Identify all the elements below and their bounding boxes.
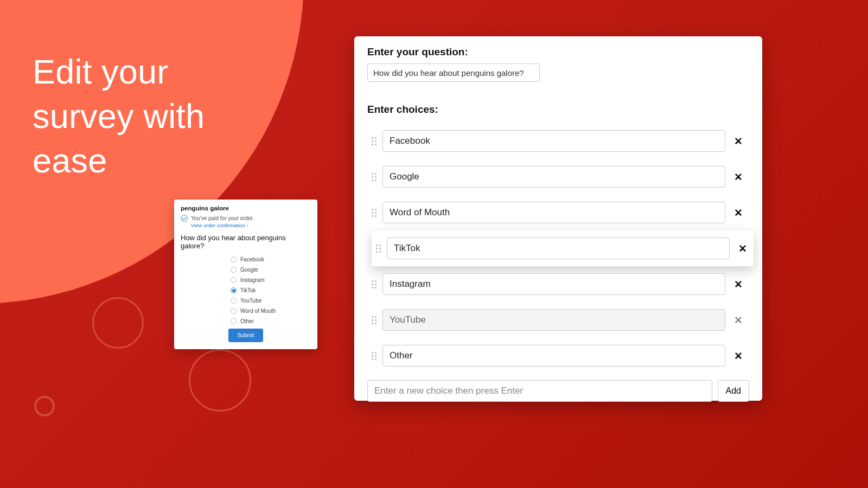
remove-choice-icon[interactable]: ✕ — [731, 348, 746, 363]
drag-handle-icon[interactable] — [371, 134, 377, 147]
decorative-ring — [92, 297, 144, 349]
radio-icon — [231, 287, 237, 293]
preview-option-label: TikTok — [240, 287, 256, 293]
drag-handle-icon[interactable] — [371, 349, 377, 362]
headline-text: Edit yoursurvey withease — [33, 50, 205, 183]
remove-choice-icon[interactable]: ✕ — [731, 205, 746, 220]
choice-row: ✕ — [372, 230, 754, 266]
choice-row: ✕ — [367, 338, 749, 374]
radio-icon — [231, 256, 237, 262]
radio-icon — [231, 308, 237, 314]
survey-preview-card: penguins galore You've paid for your ord… — [174, 200, 317, 349]
decorative-ring — [34, 396, 55, 416]
preview-option[interactable]: YouTube — [231, 298, 311, 304]
preview-option[interactable]: Word of Mouth — [231, 308, 311, 314]
choice-row: ✕ — [367, 266, 749, 302]
preview-option[interactable]: Facebook — [231, 256, 311, 262]
preview-confirmation-link[interactable]: View order confirmation › — [191, 222, 311, 228]
preview-question: How did you hear about penguins galore? — [181, 234, 311, 250]
decorative-ring — [189, 349, 251, 412]
drag-handle-icon[interactable] — [375, 242, 381, 255]
remove-choice-icon[interactable]: ✕ — [731, 169, 746, 184]
remove-choice-icon[interactable]: ✕ — [731, 133, 746, 149]
drag-handle-icon[interactable] — [371, 313, 377, 326]
preview-paid-row: You've paid for your order. — [181, 215, 311, 222]
choice-input[interactable] — [387, 237, 730, 259]
add-choice-button[interactable]: Add — [718, 380, 749, 402]
preview-option[interactable]: Google — [231, 267, 311, 273]
choice-row: ✕ — [367, 195, 749, 230]
check-icon — [181, 215, 188, 222]
choice-input[interactable] — [382, 309, 725, 331]
choice-input[interactable] — [382, 130, 725, 152]
preview-option[interactable]: Instagram — [231, 277, 311, 283]
choice-input[interactable] — [382, 202, 725, 223]
choice-row: ✕ — [367, 302, 749, 338]
radio-icon — [231, 277, 237, 283]
preview-option-label: YouTube — [240, 298, 261, 304]
question-label: Enter your question: — [367, 46, 749, 58]
drag-handle-icon[interactable] — [371, 170, 377, 183]
survey-editor-card: Enter your question: Enter choices: ✕✕✕✕… — [354, 36, 762, 401]
preview-option[interactable]: Other — [231, 318, 311, 324]
question-input[interactable] — [367, 63, 540, 82]
choice-input[interactable] — [382, 345, 725, 367]
choice-input[interactable] — [382, 273, 725, 295]
radio-icon — [231, 298, 237, 304]
drag-handle-icon[interactable] — [371, 206, 377, 219]
preview-option-label: Facebook — [240, 256, 264, 262]
new-choice-input[interactable] — [367, 380, 712, 402]
choice-input[interactable] — [382, 166, 725, 188]
remove-choice-icon[interactable]: ✕ — [731, 277, 746, 292]
remove-choice-icon[interactable]: ✕ — [735, 241, 750, 256]
radio-icon — [231, 267, 237, 273]
marketing-stage: Edit yoursurvey withease penguins galore… — [0, 0, 868, 488]
choice-row: ✕ — [367, 123, 749, 159]
choice-row: ✕ — [367, 159, 749, 195]
preview-paid-text: You've paid for your order. — [191, 215, 254, 221]
preview-option[interactable]: TikTok — [231, 287, 311, 293]
preview-option-label: Other — [240, 318, 254, 324]
preview-option-label: Word of Mouth — [240, 308, 276, 314]
preview-option-label: Google — [240, 267, 258, 273]
preview-submit-button[interactable]: Submit — [228, 329, 263, 342]
choices-label: Enter choices: — [367, 104, 749, 115]
preview-brand: penguins galore — [181, 205, 311, 211]
drag-handle-icon[interactable] — [371, 278, 377, 291]
remove-choice-icon[interactable]: ✕ — [731, 312, 746, 328]
radio-icon — [231, 318, 237, 324]
preview-option-label: Instagram — [240, 277, 264, 283]
